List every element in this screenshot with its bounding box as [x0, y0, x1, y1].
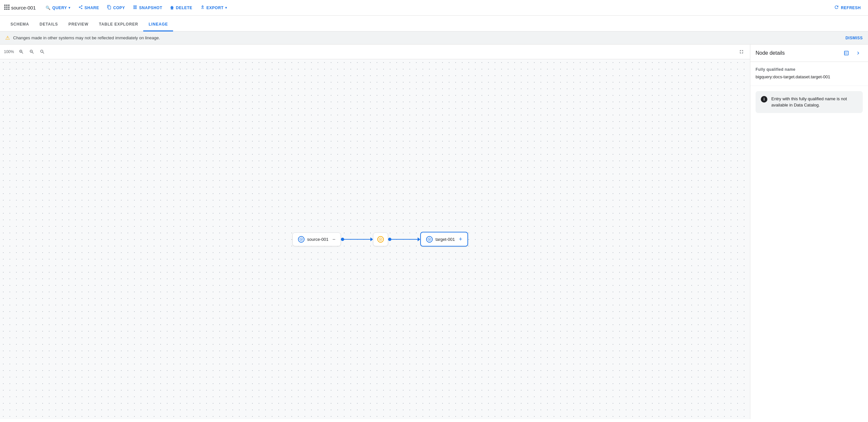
page-title: source-001: [11, 5, 36, 10]
connector-1: [341, 237, 373, 241]
svg-rect-5: [8, 6, 9, 8]
query-button[interactable]: 🔍 QUERY ▾: [42, 4, 74, 12]
svg-point-11: [429, 239, 430, 240]
chevron-down-icon: ▾: [225, 6, 227, 9]
panel-layout-button[interactable]: [842, 48, 851, 58]
fullscreen-button[interactable]: [737, 47, 746, 56]
grid-icon: [4, 4, 10, 11]
source-node[interactable]: source-001 −: [292, 232, 341, 246]
svg-rect-8: [8, 8, 9, 10]
svg-rect-3: [4, 6, 6, 8]
svg-point-10: [380, 239, 381, 240]
export-icon: [200, 5, 205, 10]
canvas-toolbar: 100%: [0, 44, 750, 59]
info-text: Entry with this fully qualified name is …: [771, 96, 858, 108]
delete-button[interactable]: 🗑 DELETE: [167, 4, 196, 12]
snapshot-button[interactable]: SNAPSHOT: [129, 3, 165, 12]
intermediate-node-icon: [377, 236, 384, 242]
source-node-collapse[interactable]: −: [332, 236, 335, 242]
info-banner: ⚠ Changes made in other systems may not …: [0, 31, 868, 44]
fully-qualified-value: bigquery:docs-target.dataset.target-001: [755, 74, 863, 80]
snapshot-icon: [133, 5, 137, 10]
banner-message: Changes made in other systems may not be…: [13, 35, 160, 40]
chevron-down-icon: ▾: [68, 6, 70, 9]
tab-bar: SCHEMA DETAILS PREVIEW TABLE EXPLORER LI…: [0, 16, 868, 31]
fully-qualified-detail: Fully qualified name bigquery:docs-targe…: [750, 62, 868, 86]
zoom-in-button[interactable]: [17, 47, 26, 56]
share-button[interactable]: SHARE: [75, 3, 102, 12]
intermediate-node[interactable]: [373, 232, 388, 246]
info-box: i Entry with this fully qualified name i…: [755, 91, 863, 113]
warning-icon: ⚠: [5, 35, 10, 41]
search-icon: 🔍: [45, 6, 51, 10]
dismiss-button[interactable]: DISMISS: [845, 36, 863, 40]
svg-rect-7: [6, 8, 7, 10]
zoom-reset-button[interactable]: [38, 47, 47, 56]
copy-icon: [107, 5, 112, 10]
refresh-button[interactable]: REFRESH: [831, 3, 864, 13]
top-bar: source-001 🔍 QUERY ▾ SHARE COPY SNAPSHOT…: [0, 0, 868, 16]
main-area: 100% source-00: [0, 44, 868, 419]
refresh-icon: [834, 5, 839, 11]
svg-rect-0: [4, 5, 6, 6]
share-icon: [79, 5, 83, 10]
tab-details[interactable]: DETAILS: [34, 18, 63, 31]
tab-preview[interactable]: PREVIEW: [63, 18, 94, 31]
panel-close-button[interactable]: [854, 48, 863, 58]
zoom-level: 100%: [4, 50, 14, 54]
tab-lineage[interactable]: LINEAGE: [143, 18, 173, 31]
export-button[interactable]: EXPORT ▾: [197, 3, 230, 12]
target-node-icon: [426, 236, 433, 242]
target-node-label: target-001: [435, 237, 455, 242]
connector-2: [388, 237, 420, 241]
svg-rect-1: [6, 5, 7, 6]
svg-rect-2: [8, 5, 9, 6]
source-node-label: source-001: [307, 237, 329, 242]
zoom-out-button[interactable]: [27, 47, 36, 56]
delete-icon: 🗑: [170, 6, 175, 10]
lineage-diagram: source-001 −: [292, 232, 468, 247]
fully-qualified-label: Fully qualified name: [755, 67, 863, 72]
copy-button[interactable]: COPY: [103, 3, 128, 12]
side-panel-title: Node details: [755, 50, 785, 56]
svg-rect-4: [6, 6, 7, 8]
info-icon: i: [761, 96, 767, 102]
target-node[interactable]: target-001 +: [420, 232, 468, 247]
canvas-area: 100% source-00: [0, 44, 750, 419]
svg-point-9: [301, 239, 302, 240]
tab-table-explorer[interactable]: TABLE EXPLORER: [94, 18, 144, 31]
side-panel: Node details Fully qualified name bigque…: [750, 44, 868, 419]
target-node-expand[interactable]: +: [459, 236, 463, 243]
side-panel-header: Node details: [750, 44, 868, 62]
lineage-canvas[interactable]: source-001 −: [0, 59, 750, 419]
svg-rect-6: [4, 8, 6, 10]
tab-schema[interactable]: SCHEMA: [5, 18, 34, 31]
source-node-icon: [298, 236, 305, 242]
